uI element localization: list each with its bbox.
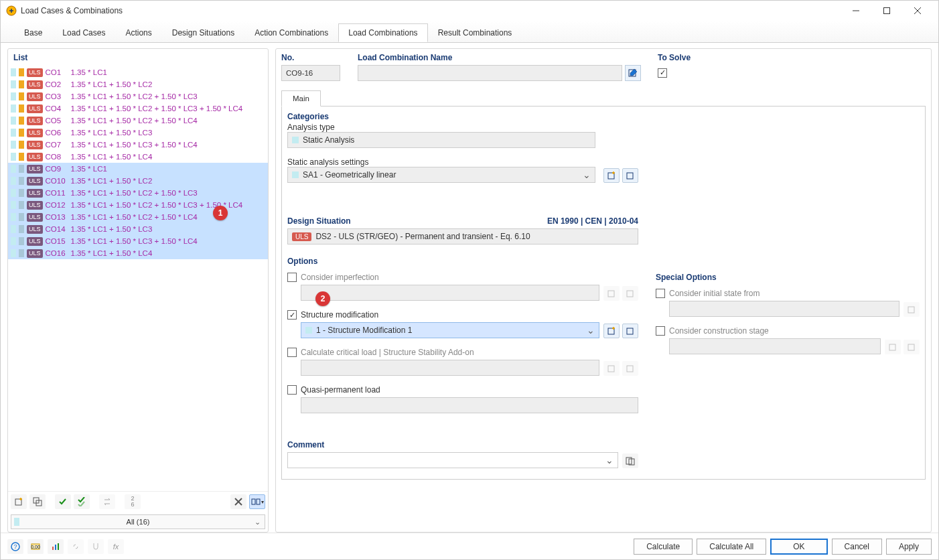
sas-label: Static analysis settings (287, 157, 638, 167)
main-tabs: BaseLoad CasesActionsDesign SituationsAc… (1, 21, 938, 43)
new-icon[interactable] (11, 494, 27, 509)
no-field[interactable]: CO9-16 (281, 65, 340, 81)
list-item[interactable]: ULSCO131.35 * LC1 + 1.50 * LC2 + 1.50 * … (8, 211, 268, 223)
tab-action-combinations[interactable]: Action Combinations (244, 23, 338, 42)
list-item[interactable]: ULSCO151.35 * LC1 + 1.50 * LC3 + 1.50 * … (8, 235, 268, 247)
special-options-header: Special Options (656, 273, 920, 282)
tab-result-combinations[interactable]: Result Combinations (428, 23, 522, 42)
tab-design-situations[interactable]: Design Situations (162, 23, 244, 42)
quasi-checkbox[interactable] (287, 385, 297, 395)
uls-badge: ULS (27, 141, 43, 149)
svg-rect-10 (252, 499, 255, 504)
tab-load-cases[interactable]: Load Cases (52, 23, 115, 42)
swatch-a (11, 80, 16, 88)
calculate-button[interactable]: Calculate (634, 539, 693, 555)
uncheck-all-icon[interactable] (74, 494, 90, 509)
list-item[interactable]: ULSCO11.35 * LC1 (8, 66, 268, 78)
callout-2: 2 (315, 291, 330, 306)
imperfection-select (301, 285, 599, 301)
uls-badge: ULS (27, 201, 43, 210)
struct-mod-new-icon[interactable] (603, 324, 620, 338)
construction-stage-edit-icon (904, 340, 920, 354)
tab-main[interactable]: Main (281, 90, 321, 107)
combo-id: CO3 (46, 92, 68, 100)
tab-base[interactable]: Base (14, 23, 52, 42)
copy-icon[interactable] (29, 494, 46, 509)
combo-formula: 1.35 * LC1 + 1.50 * LC2 + 1.50 * LC4 (71, 117, 198, 125)
imperfection-edit-icon (622, 286, 638, 301)
imperfection-checkbox[interactable] (287, 273, 297, 282)
filter-select[interactable]: All (16) (11, 514, 265, 529)
sas-edit-icon[interactable] (622, 168, 638, 183)
sas-new-icon[interactable] (603, 168, 620, 183)
minimize-button[interactable] (841, 1, 871, 21)
struct-mod-edit-icon[interactable] (622, 324, 638, 338)
maximize-button[interactable] (871, 1, 902, 21)
critical-load-label: Calculate critical load | Structure Stab… (301, 348, 474, 357)
name-field[interactable] (358, 65, 622, 81)
units-icon[interactable]: 0,00 (27, 539, 44, 554)
struct-mod-checkbox[interactable] (287, 310, 297, 320)
apply-button[interactable]: Apply (886, 539, 932, 555)
fx-icon[interactable]: fx (108, 539, 124, 554)
imperfection-new-icon (603, 286, 620, 301)
close-button[interactable] (902, 1, 933, 21)
list-item[interactable]: ULSCO31.35 * LC1 + 1.50 * LC2 + 1.50 * L… (8, 90, 268, 102)
list-item[interactable]: ULSCO71.35 * LC1 + 1.50 * LC3 + 1.50 * L… (8, 139, 268, 151)
list-item[interactable]: ULSCO21.35 * LC1 + 1.50 * LC2 (8, 78, 268, 90)
uls-badge: ULS (27, 104, 43, 113)
sas-select[interactable]: SA1 - Geometrically linear (287, 167, 595, 183)
body-area: List ULSCO11.35 * LC1ULSCO21.35 * LC1 + … (1, 43, 938, 533)
fraction-icon[interactable]: 26 (125, 494, 141, 509)
critical-load-checkbox[interactable] (287, 348, 297, 357)
swatch-a (11, 68, 16, 76)
cancel-button[interactable]: Cancel (832, 539, 882, 555)
tab-load-combinations[interactable]: Load Combinations (338, 23, 427, 42)
critical-load-new-icon (603, 361, 620, 376)
ok-button[interactable]: OK (770, 539, 827, 555)
chart-icon[interactable] (48, 539, 64, 554)
swatch-a (11, 153, 16, 161)
list-item[interactable]: ULSCO161.35 * LC1 + 1.50 * LC4 (8, 247, 268, 259)
callout-1: 1 (213, 206, 228, 220)
list-item[interactable]: ULSCO91.35 * LC1 (8, 163, 268, 175)
list-item[interactable]: ULSCO141.35 * LC1 + 1.50 * LC3 (8, 223, 268, 235)
calculate-all-button[interactable]: Calculate All (697, 539, 766, 555)
initial-state-checkbox[interactable] (656, 289, 665, 298)
layout-toggle-icon[interactable]: ▾ (249, 494, 265, 509)
delete-icon[interactable] (230, 494, 246, 509)
imperfection-label: Consider imperfection (301, 273, 379, 282)
list-item[interactable]: ULSCO81.35 * LC1 + 1.50 * LC4 (8, 151, 268, 163)
list-item[interactable]: ULSCO101.35 * LC1 + 1.50 * LC2 (8, 175, 268, 187)
comment-field[interactable] (287, 452, 618, 468)
no-label: No. (281, 53, 346, 62)
window-title: Load Cases & Combinations (21, 6, 841, 15)
help-icon[interactable]: ? (7, 539, 23, 554)
to-solve-checkbox[interactable] (658, 68, 667, 78)
check-all-icon[interactable] (55, 494, 71, 509)
swatch-b (19, 165, 24, 173)
list-item[interactable]: ULSCO61.35 * LC1 + 1.50 * LC3 (8, 127, 268, 139)
edit-name-icon[interactable] (625, 65, 641, 81)
combo-formula: 1.35 * LC1 + 1.50 * LC3 (71, 225, 153, 233)
swap-icon[interactable] (99, 494, 115, 509)
comment-library-icon[interactable] (622, 453, 638, 468)
construction-stage-checkbox[interactable] (656, 326, 665, 336)
construction-stage-new-icon (885, 340, 901, 354)
combination-list[interactable]: ULSCO11.35 * LC1ULSCO21.35 * LC1 + 1.50 … (8, 66, 268, 491)
list-item[interactable]: ULSCO121.35 * LC1 + 1.50 * LC2 + 1.50 * … (8, 199, 268, 211)
design-situation-value: ULS DS2 - ULS (STR/GEO) - Permanent and … (287, 228, 638, 244)
combo-formula: 1.35 * LC1 + 1.50 * LC2 (71, 177, 153, 185)
swatch-b (19, 68, 24, 76)
svg-rect-31 (55, 545, 56, 550)
list-item[interactable]: ULSCO51.35 * LC1 + 1.50 * LC2 + 1.50 * L… (8, 115, 268, 127)
struct-mod-select[interactable]: 1 - Structure Modification 1 (301, 322, 599, 338)
swatch-b (19, 201, 24, 209)
svg-rect-16 (627, 291, 633, 297)
list-item[interactable]: ULSCO41.35 * LC1 + 1.50 * LC2 + 1.50 * L… (8, 102, 268, 115)
tab-actions[interactable]: Actions (115, 23, 161, 42)
swatch-b (19, 153, 24, 161)
filter-row: All (16) (8, 512, 268, 532)
swatch-a (11, 117, 16, 125)
list-item[interactable]: ULSCO111.35 * LC1 + 1.50 * LC2 + 1.50 * … (8, 187, 268, 199)
